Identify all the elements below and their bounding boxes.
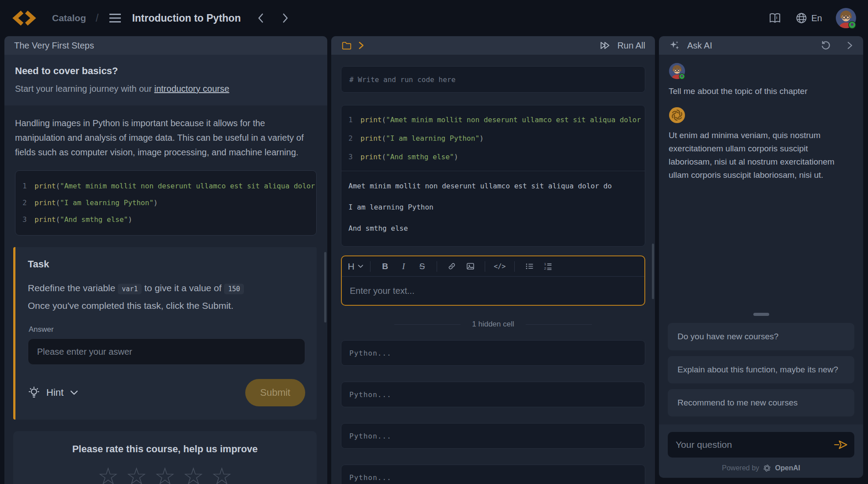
lesson-panel: The Very First Steps Need to cover basic… [4, 36, 327, 484]
next-chapter-icon[interactable] [281, 12, 290, 24]
run-all-button[interactable]: Run All [599, 40, 645, 51]
breadcrumb-catalog[interactable]: Catalog [52, 13, 86, 23]
prev-chapter-icon[interactable] [256, 12, 266, 24]
language-selector[interactable]: En [795, 12, 822, 24]
book-icon: i [768, 12, 782, 24]
code-line: 1 print("Amet minim mollit non deserunt … [22, 178, 309, 195]
docs-button[interactable]: i [768, 12, 782, 24]
ask-ai-panel: Ask AI Tell me about the topic of this c… [659, 36, 863, 478]
code-editor-area[interactable]: 1 print("Amet minim mollit non deserunt … [341, 105, 645, 171]
language-label: En [812, 13, 822, 23]
question-box [668, 432, 854, 458]
rating-card: Please rate this course, help us improve… [13, 431, 317, 484]
openai-avatar-icon [669, 107, 685, 124]
task-card: Task Redefine the variable var1 to give … [13, 247, 317, 420]
divider-line [394, 324, 460, 325]
star-rating: ☆☆☆☆☆ [22, 465, 308, 484]
executed-code-cell: 1 print("Amet minim mollit non deserunt … [341, 105, 645, 247]
star-icon[interactable]: ☆ [211, 465, 232, 484]
hidden-cell-label: 1 hidden cell [472, 320, 514, 329]
rich-text-input[interactable]: Enter your text... [342, 277, 644, 305]
notebook-toolbar: Run All [331, 36, 655, 55]
lesson-section-header: The Very First Steps [4, 36, 327, 55]
resize-handle[interactable] [753, 313, 769, 316]
user-message: Tell me about the topic of this chapter [669, 85, 853, 98]
basics-text: Start your learning journey with our int… [15, 84, 317, 94]
answer-label: Answer [29, 325, 305, 334]
collapsed-code-cell[interactable]: Python... [341, 423, 645, 449]
collapsed-code-cell[interactable]: Python... [341, 340, 645, 366]
lesson-paragraph: Handling images in Python is important b… [4, 105, 327, 160]
toolbar-separator [514, 261, 515, 272]
toolbar-separator [437, 261, 437, 272]
variable-name-code: var1 [118, 284, 142, 294]
numbered-list-button[interactable]: 12 [540, 259, 555, 274]
suggested-question-chip[interactable]: Do you have new courses? [668, 323, 854, 350]
send-button[interactable] [833, 438, 848, 451]
italic-button[interactable]: I [396, 259, 411, 274]
notebook-panel: Run All # Write and run code here 1 prin… [331, 36, 655, 484]
strikethrough-button[interactable]: S [415, 259, 430, 274]
ask-ai-title: Ask AI [687, 41, 712, 51]
powered-by: Powered by OpenAI [668, 464, 854, 473]
collapsed-code-cell[interactable]: Python... [341, 465, 645, 484]
lesson-code-block: 1 print("Amet minim mollit non deserunt … [15, 170, 317, 236]
code-button[interactable]: </> [492, 259, 507, 274]
user-avatar[interactable] [835, 8, 857, 29]
star-icon[interactable]: ☆ [97, 465, 119, 484]
hidden-cell-expander[interactable]: 1 hidden cell [341, 320, 645, 329]
svg-text:1: 1 [544, 262, 546, 266]
bold-button[interactable]: B [378, 259, 393, 274]
basics-callout: Need to cover basics? Start your learnin… [4, 55, 327, 105]
question-input[interactable] [676, 439, 833, 450]
output-line: And smthg else [348, 218, 638, 239]
link-button[interactable] [444, 259, 459, 274]
task-title: Task [28, 259, 305, 270]
chapters-menu-icon[interactable] [108, 13, 122, 23]
empty-code-cell[interactable]: # Write and run code here [341, 66, 645, 93]
divider-line [526, 324, 592, 325]
reset-chat-icon[interactable] [820, 40, 831, 51]
star-icon[interactable]: ☆ [154, 465, 176, 484]
hint-label: Hint [46, 387, 64, 398]
run-all-icon [599, 40, 612, 51]
hint-toggle[interactable]: Hint [28, 386, 79, 399]
basics-title: Need to cover basics? [15, 65, 317, 77]
submit-button[interactable]: Submit [245, 379, 305, 406]
openai-logo-icon [763, 464, 771, 473]
app-logo-icon[interactable] [11, 8, 37, 28]
notebook-scrollbar-thumb[interactable] [652, 244, 654, 299]
ask-ai-header: Ask AI [659, 36, 863, 55]
collapsed-cells: Python...Python...Python...Python... [341, 340, 645, 484]
lightbulb-icon [28, 386, 40, 399]
code-line: 2 print("I am learning Python") [22, 195, 309, 211]
chevron-down-icon [70, 390, 79, 396]
task-description: Redefine the variable var1 to give it a … [28, 280, 305, 314]
chat-messages: Tell me about the topic of this chapter … [659, 55, 863, 191]
output-line: Amet minim mollit non deserunt ullamco e… [348, 176, 638, 197]
collapse-panel-chevron-icon[interactable] [846, 40, 853, 51]
ai-message: Ut enim ad minima veniam, quis nostrum e… [669, 129, 853, 182]
lesson-scrollbar-thumb[interactable] [324, 252, 326, 323]
rating-title: Please rate this course, help us improve [22, 443, 308, 455]
ask-ai-input-section: Powered by OpenAI [659, 424, 863, 478]
suggested-question-chip[interactable]: Explain about this function, maybe its n… [668, 356, 854, 383]
star-icon[interactable]: ☆ [183, 465, 204, 484]
image-button[interactable] [463, 259, 478, 274]
star-icon[interactable]: ☆ [126, 465, 147, 484]
code-line: 3 print("And smthg else") [22, 211, 309, 228]
lesson-section-title: The Very First Steps [14, 41, 94, 51]
openai-brand: OpenAI [775, 464, 800, 472]
suggested-question-chip[interactable]: Recommend to me new courses [668, 389, 854, 416]
collapsed-code-cell[interactable]: Python... [341, 382, 645, 407]
folder-icon[interactable] [341, 40, 352, 51]
breadcrumb-separator: / [96, 12, 98, 24]
answer-input[interactable] [28, 338, 305, 365]
expand-files-chevron-icon[interactable] [358, 40, 365, 51]
run-all-label: Run All [617, 41, 645, 51]
bulleted-list-button[interactable] [522, 259, 537, 274]
introductory-course-link[interactable]: introductory course [154, 84, 229, 94]
output-line: I am learning Python [348, 197, 638, 218]
heading-button[interactable]: H [348, 259, 363, 274]
top-navigation: Catalog / Introduction to Python i En [0, 0, 868, 36]
